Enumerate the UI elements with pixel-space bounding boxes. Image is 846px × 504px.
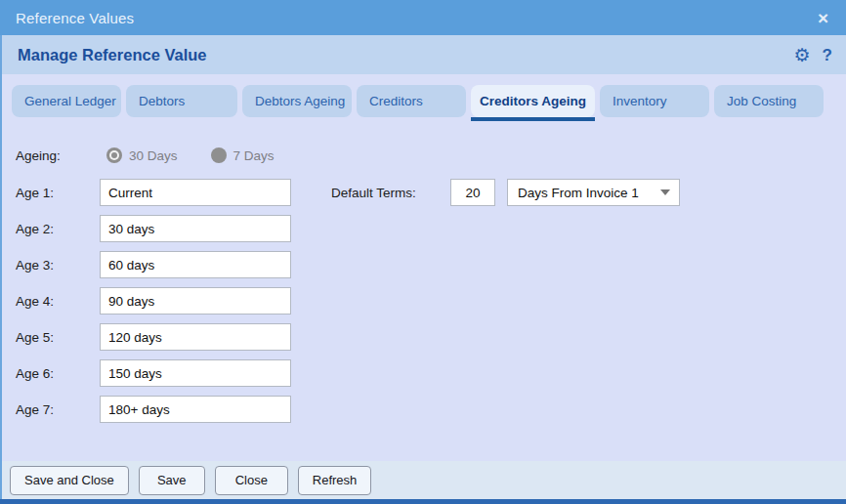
tab-inventory[interactable]: Inventory <box>600 85 709 117</box>
age-7-row: Age 7: <box>16 396 291 423</box>
age-4-row: Age 4: <box>16 287 291 315</box>
page-title: Manage Reference Value <box>18 46 794 64</box>
help-icon[interactable]: ? <box>823 47 832 63</box>
close-icon[interactable]: × <box>814 7 832 29</box>
default-terms-dropdown-value: Days From Invoice 1 <box>518 186 660 200</box>
dialog-header: Manage Reference Value ⚙ ? <box>0 35 846 74</box>
save-button[interactable]: Save <box>139 466 205 495</box>
age-7-label: Age 7: <box>16 402 100 417</box>
age-5-row: Age 5: <box>16 323 291 351</box>
ageing-label: Ageing: <box>16 148 100 163</box>
age-5-label: Age 5: <box>16 330 100 345</box>
age-6-row: Age 6: <box>16 359 291 387</box>
age-1-row: Age 1: <box>16 179 291 206</box>
tab-debtors-ageing[interactable]: Debtors Ageing <box>242 85 352 117</box>
ageing-radio-group: 30 Days 7 Days <box>106 147 308 163</box>
tab-creditors-ageing[interactable]: Creditors Ageing <box>471 85 595 117</box>
radio-7-days-label: 7 Days <box>233 148 275 163</box>
age-6-label: Age 6: <box>16 366 100 381</box>
age-4-input[interactable] <box>100 287 291 315</box>
radio-option-30-days[interactable]: 30 Days <box>106 147 178 163</box>
age-2-input[interactable] <box>100 215 291 242</box>
default-terms-dropdown[interactable]: Days From Invoice 1 <box>507 179 680 206</box>
close-button[interactable]: Close <box>215 466 288 495</box>
radio-30-days-label: 30 Days <box>129 148 178 163</box>
radio-7-days-icon[interactable] <box>211 147 227 163</box>
default-terms-column: Default Terms: Days From Invoice 1 <box>331 179 680 432</box>
tab-creditors[interactable]: Creditors <box>357 85 466 117</box>
age-5-input[interactable] <box>100 323 291 351</box>
save-and-close-button[interactable]: Save and Close <box>10 466 129 495</box>
window-bottom-edge <box>0 499 846 504</box>
form-area: Age 1: Age 2: Age 3: Age 4: <box>16 179 846 432</box>
radio-30-days-icon[interactable] <box>106 147 122 163</box>
age-fields-column: Age 1: Age 2: Age 3: Age 4: <box>16 179 291 432</box>
tab-general-ledger[interactable]: General Ledger <box>12 85 121 117</box>
gear-icon[interactable]: ⚙ <box>794 46 811 64</box>
tab-job-costing[interactable]: Job Costing <box>714 85 824 117</box>
age-3-row: Age 3: <box>16 251 291 278</box>
tab-strip: General Ledger Debtors Debtors Ageing Cr… <box>12 85 836 121</box>
radio-option-7-days[interactable]: 7 Days <box>211 147 275 163</box>
age-6-input[interactable] <box>100 359 291 387</box>
age-2-row: Age 2: <box>16 215 291 242</box>
dialog-body: General Ledger Debtors Debtors Ageing Cr… <box>0 74 846 461</box>
tab-content-creditors-ageing: Ageing: 30 Days 7 Days Age 1: <box>2 147 846 432</box>
chevron-down-icon <box>660 189 670 195</box>
age-1-label: Age 1: <box>16 186 100 200</box>
footer-toolbar: Save and Close Save Close Refresh <box>0 461 846 499</box>
ageing-row: Ageing: 30 Days 7 Days <box>16 147 846 164</box>
tab-debtors[interactable]: Debtors <box>126 85 237 117</box>
age-1-input[interactable] <box>100 179 291 206</box>
window-title: Reference Values <box>16 10 814 26</box>
default-terms-input[interactable] <box>450 179 495 206</box>
age-2-label: Age 2: <box>16 222 100 236</box>
refresh-button[interactable]: Refresh <box>298 466 372 495</box>
default-terms-label: Default Terms: <box>331 186 450 200</box>
age-3-label: Age 3: <box>16 258 100 273</box>
age-3-input[interactable] <box>100 251 291 278</box>
age-7-input[interactable] <box>100 396 291 423</box>
age-4-label: Age 4: <box>16 294 100 309</box>
reference-values-dialog: Reference Values × Manage Reference Valu… <box>0 0 846 504</box>
window-titlebar: Reference Values × <box>0 0 846 35</box>
default-terms-row: Default Terms: Days From Invoice 1 <box>331 179 680 206</box>
